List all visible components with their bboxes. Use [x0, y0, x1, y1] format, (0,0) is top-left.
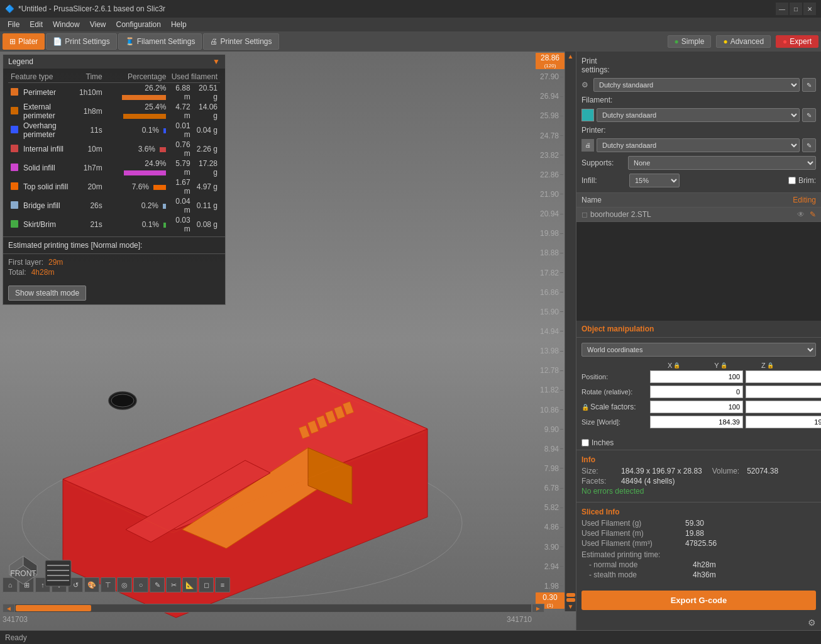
infill-select[interactable]: 15% 20% 25%	[629, 174, 680, 187]
maximize-button[interactable]: □	[790, 3, 802, 15]
viewport-scrollbar-thumb[interactable]	[16, 605, 91, 611]
tool-cut[interactable]: ✂	[166, 577, 181, 592]
menu-window[interactable]: Window	[48, 18, 85, 31]
mode-simple[interactable]: ● Simple	[668, 35, 712, 48]
inches-checkbox[interactable]	[581, 439, 589, 447]
tool-settings2[interactable]: ≡	[215, 577, 230, 592]
supports-select[interactable]: None	[628, 156, 816, 170]
tab-print-settings[interactable]: 📄 Print Settings	[46, 33, 116, 50]
size-x-input[interactable]	[650, 416, 743, 428]
scale-y-input[interactable]	[746, 401, 821, 413]
printer-select[interactable]: Dutchy standaard	[597, 138, 800, 152]
ruler-mark: 22.86	[534, 170, 565, 179]
tool-hollow[interactable]: ○	[133, 577, 148, 592]
legend-length-cell: 6.88 m	[168, 83, 192, 103]
inches-row: Inches	[576, 436, 821, 450]
layer-slider-thumb-top[interactable]	[566, 593, 575, 597]
legend-header[interactable]: Legend ▼	[3, 55, 225, 69]
tool-measure[interactable]: 📐	[182, 577, 197, 592]
layer-slider[interactable]: ▲ ▼	[565, 52, 576, 611]
minimize-button[interactable]: —	[776, 3, 788, 15]
legend-name-cell: Solid infill	[21, 158, 77, 177]
menu-view[interactable]: View	[85, 18, 111, 31]
filament-color-swatch[interactable]	[581, 109, 594, 121]
nav-cube[interactable]: FRONT	[6, 553, 41, 589]
coord-system-select[interactable]: World coordinates Local coordinates	[581, 343, 816, 357]
menu-help[interactable]: Help	[166, 18, 192, 31]
menu-edit[interactable]: Edit	[25, 18, 48, 31]
layer-slider-up[interactable]: ▲	[568, 53, 574, 60]
stealth-mode-button[interactable]: Show stealth mode	[8, 286, 86, 301]
filament-label: Filament:	[581, 96, 625, 104]
size-y-input[interactable]	[746, 416, 821, 428]
tab-plater[interactable]: ⊞ Plater	[3, 33, 45, 50]
ruler-mark: 3.90	[534, 543, 565, 552]
legend-table: Feature type Time Percentage Used filame…	[8, 71, 220, 234]
scale-lock-icon[interactable]: 🔒	[581, 404, 589, 411]
layer-slider-thumb-bot[interactable]	[566, 598, 575, 602]
print-settings-select[interactable]: Dutchy standaard	[593, 78, 800, 92]
tool-seam[interactable]: ◎	[117, 577, 132, 592]
menu-file[interactable]: File	[3, 18, 25, 31]
filament-select[interactable]: Dutchy standaard	[597, 108, 800, 122]
viewport-area[interactable]: Legend ▼ Feature type Time Percentage Us…	[0, 52, 576, 630]
tool-paint[interactable]: ✎	[150, 577, 165, 592]
lock-x-icon[interactable]: 🔒	[673, 362, 680, 369]
brim-checkbox[interactable]	[788, 177, 796, 184]
position-x-input[interactable]	[650, 370, 743, 383]
info-section: Info Size: 184.39 x 196.97 x 28.83 Volum…	[576, 450, 821, 502]
ruler-mark: 5.82	[534, 503, 565, 512]
normal-mode-row: - normal mode 4h28m	[581, 560, 816, 569]
ruler-mark: 6.78	[534, 484, 565, 492]
tool-view3d[interactable]: ◻	[199, 577, 214, 592]
filament-edit-btn[interactable]: ✎	[802, 108, 816, 122]
menu-configuration[interactable]: Configuration	[111, 18, 166, 31]
tab-printer-settings[interactable]: 🖨 Printer Settings	[203, 33, 278, 50]
bottom-gear-icon[interactable]: ⚙	[808, 618, 816, 628]
position-y-input[interactable]	[746, 370, 821, 383]
close-button[interactable]: ✕	[803, 3, 816, 15]
legend-name-cell: Skirt/Brim	[21, 215, 77, 234]
legend-name-cell: Perimeter	[21, 83, 77, 103]
rotate-x-input[interactable]	[650, 386, 743, 398]
sliced-filament-g-row: Used Filament (g) 59.30	[581, 519, 816, 528]
axis-y-header: Y 🔒	[697, 362, 744, 369]
tool-color[interactable]: 🎨	[84, 577, 99, 592]
ruler-mark: 14.94	[534, 327, 565, 336]
legend-weight-cell: 0.11 g	[193, 196, 220, 215]
lock-z-icon[interactable]: 🔒	[767, 362, 774, 369]
tool-support[interactable]: ⊤	[101, 577, 116, 592]
info-errors-value: No errors detected	[581, 487, 644, 496]
svg-text:FRONT: FRONT	[10, 569, 36, 578]
ruler-top-value: 28.86	[541, 53, 559, 62]
layer-slider-down[interactable]: ▼	[568, 603, 574, 610]
ruler-bottom-sub: (1)	[547, 602, 553, 608]
scale-x-input[interactable]	[650, 401, 743, 413]
ruler-mark: 24.78	[534, 131, 565, 140]
ruler-mark: 8.94	[534, 445, 565, 453]
object-item-icon: ◻	[581, 210, 588, 219]
viewport-scrollbar-h[interactable]	[3, 604, 532, 613]
legend-collapse-icon[interactable]: ▼	[212, 57, 220, 66]
legend-length-cell: 0.03 m	[168, 215, 192, 234]
legend-table-row: External perimeter 1h8m 25.4% 4.72 m 14.…	[8, 102, 220, 121]
tab-print-label: Print Settings	[65, 37, 109, 46]
print-settings-edit-btn[interactable]: ✎	[802, 78, 816, 92]
object-edit-icon[interactable]: ✎	[810, 210, 816, 219]
mode-expert[interactable]: ● Expert	[776, 35, 818, 48]
info-title: Info	[581, 455, 816, 464]
legend-table-row: Overhang perimeter 11s 0.1% 0.01 m 0.04 …	[8, 121, 220, 140]
mode-advanced[interactable]: ● Advanced	[716, 35, 771, 48]
ruler-right: 28.8627.9026.9425.9824.7823.8222.8621.90…	[534, 52, 565, 611]
rotate-y-input[interactable]	[746, 386, 821, 398]
layers-view-button[interactable]	[44, 559, 72, 589]
scroll-left-arrow[interactable]: ◄	[3, 604, 15, 613]
export-gcode-button[interactable]: Export G-code	[581, 591, 816, 610]
lock-y-icon[interactable]: 🔒	[720, 362, 727, 369]
scroll-right-arrow[interactable]: ►	[532, 604, 544, 613]
printer-edit-btn[interactable]: ✎	[802, 138, 816, 152]
tab-filament-settings[interactable]: 🧵 Filament Settings	[118, 33, 202, 50]
object-list-item[interactable]: ◻ boorhouder 2.STL 👁 ✎	[576, 208, 821, 222]
legend-length-cell: 1.67 m	[168, 177, 192, 196]
object-eye-icon[interactable]: 👁	[797, 210, 805, 219]
